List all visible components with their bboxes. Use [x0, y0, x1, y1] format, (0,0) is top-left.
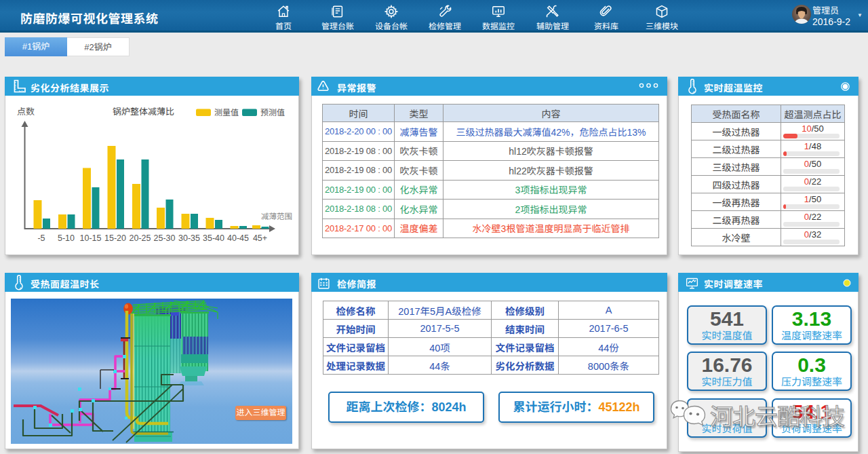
svg-text:35-40: 35-40	[203, 233, 224, 243]
svg-text:25-30: 25-30	[154, 233, 176, 243]
svg-text:40-45: 40-45	[227, 233, 249, 243]
svg-text:5-10: 5-10	[58, 233, 75, 243]
svg-text:点数: 点数	[17, 107, 35, 117]
svg-text:15-20: 15-20	[104, 233, 126, 243]
svg-text:预测值: 预测值	[260, 108, 285, 117]
svg-text:-5: -5	[37, 233, 45, 243]
svg-text:10-15: 10-15	[80, 233, 102, 243]
svg-text:锅炉整体减薄比: 锅炉整体减薄比	[113, 107, 174, 117]
svg-text:30-35: 30-35	[178, 233, 200, 243]
svg-text:减薄范围: 减薄范围	[261, 212, 292, 221]
svg-text:测量值: 测量值	[214, 108, 239, 117]
svg-text:45+: 45+	[253, 233, 267, 243]
svg-text:20-25: 20-25	[130, 233, 151, 243]
